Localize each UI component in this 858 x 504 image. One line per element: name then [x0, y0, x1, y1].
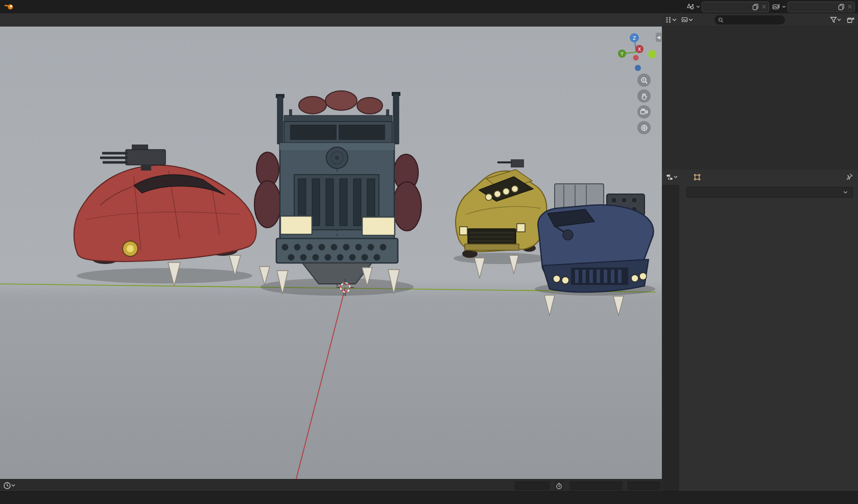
navigation-gizmo[interactable]: Z Y X: [615, 31, 658, 74]
properties-editor-icon[interactable]: [666, 174, 678, 181]
pin-icon[interactable]: [846, 173, 853, 180]
vehicle-blue-car: [538, 184, 653, 316]
chevron-down-icon: [781, 4, 786, 9]
close-icon: [847, 4, 852, 9]
end-frame-field[interactable]: [627, 481, 661, 490]
sidebar-collapse-arrow[interactable]: ◀: [656, 33, 661, 42]
vehicle-beetle-battlecar: [74, 145, 256, 286]
timeline-editor-icon[interactable]: [3, 482, 16, 490]
outliner-filter-source-icon[interactable]: [681, 16, 695, 23]
blender-window: { "colors":{"accent":"#4772b3","axis_gre…: [0, 0, 858, 504]
close-icon: [761, 4, 767, 9]
properties-header: [662, 170, 858, 185]
chevron-down-icon: [843, 189, 848, 195]
outliner-search-input[interactable]: [726, 16, 779, 23]
grid-sphere-icon: [640, 124, 648, 132]
viewport-header: [0, 13, 662, 27]
zoom-button[interactable]: [637, 74, 651, 87]
auto-keying-button[interactable]: [554, 481, 564, 490]
filter-icon[interactable]: [830, 16, 842, 23]
vehicle-truck: [254, 91, 421, 294]
current-frame-field[interactable]: [514, 481, 550, 490]
svg-text:Z: Z: [633, 36, 636, 41]
camera-icon: [640, 108, 648, 115]
camera-view-button[interactable]: [637, 105, 651, 118]
viewport-nav-buttons: [637, 74, 651, 134]
scene-selector[interactable]: [686, 2, 769, 12]
x-axis-line: [296, 287, 345, 479]
svg-text:Y: Y: [620, 52, 624, 57]
outliner-search[interactable]: [714, 15, 785, 25]
viewport-3d[interactable]: Z Y X ◀: [0, 27, 662, 479]
svg-text:X: X: [638, 47, 641, 52]
status-bar: [0, 491, 858, 504]
timeline: [0, 479, 662, 491]
new-view-layer-icon[interactable]: [838, 4, 845, 10]
new-scene-icon[interactable]: [752, 4, 759, 10]
outliner: [662, 13, 858, 170]
properties-tab-strip: [662, 185, 679, 491]
ortho-toggle-button[interactable]: [637, 121, 651, 134]
search-icon: [718, 17, 724, 23]
object-icon: [694, 174, 701, 181]
topbar: [0, 0, 858, 13]
add-modifier-dropdown[interactable]: [686, 187, 853, 198]
blender-logo-icon[interactable]: [0, 3, 18, 11]
chevron-down-icon: [696, 4, 701, 9]
properties-editor: [662, 170, 858, 491]
viewport-canvas[interactable]: [0, 27, 662, 479]
view-layer-icon: [772, 3, 780, 10]
stopwatch-icon: [556, 483, 562, 489]
hand-icon: [640, 92, 648, 100]
new-collection-icon[interactable]: [846, 16, 855, 24]
outliner-header: [662, 13, 858, 27]
scene-icon: [686, 3, 695, 10]
magnifier-icon: [640, 77, 648, 84]
topbar-right: [686, 2, 858, 12]
start-frame-field[interactable]: [569, 481, 623, 490]
view-layer-selector[interactable]: [772, 2, 855, 12]
outliner-display-mode-icon[interactable]: [665, 16, 678, 23]
pan-button[interactable]: [637, 89, 651, 103]
